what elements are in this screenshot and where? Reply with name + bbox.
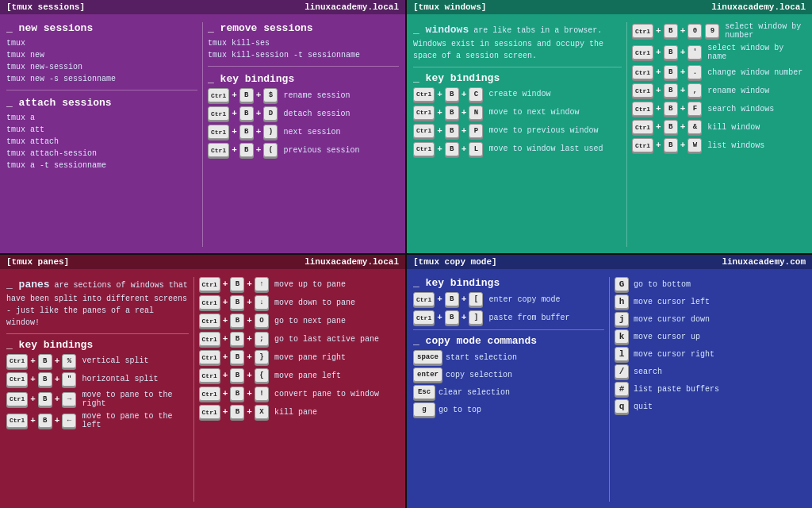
- copy-inner: _ key bindings Ctrl + B + [ enter copy m…: [413, 277, 806, 502]
- cmd-copy-sel: enter copy selection: [413, 368, 604, 382]
- kb-next-session: Ctrl + B + ) next session: [208, 125, 399, 139]
- kb-next-pane: Ctrl + B + O go to next pane: [199, 314, 399, 328]
- kb-pane-move-left: Ctrl + B + { move pane left: [199, 368, 399, 383]
- nav-cursor-down: j move cursor down: [615, 312, 806, 326]
- copy-left: _ key bindings Ctrl + B + [ enter copy m…: [413, 277, 604, 502]
- b-key: B: [239, 88, 254, 102]
- kb-kill-pane: Ctrl + B + X kill pane: [199, 405, 399, 419]
- panes-header-left: [tmux panes]: [6, 257, 69, 267]
- sessions-header-left: [tmux sessions]: [6, 2, 85, 12]
- windows-header: [tmux windows] linuxacademy.local: [407, 0, 812, 14]
- nav-list-buffers: # list paste buffers: [615, 382, 806, 396]
- b-key: B: [239, 125, 254, 139]
- windows-kb-title: _ key bindings: [413, 72, 622, 84]
- panes-panel: [tmux panes] linuxacademy.local _ panes …: [0, 255, 405, 508]
- panes-inner: _ panes are sections of windows that hav…: [6, 277, 399, 502]
- panes-kb-title: _ key bindings: [6, 339, 189, 351]
- d-key: D: [263, 106, 278, 121]
- new-sessions-title: _ new sessions: [6, 22, 197, 34]
- cmd-clear-sel: Esc clear selection: [413, 385, 604, 399]
- copy-right: G go to bottom h move cursor left j move…: [609, 277, 806, 502]
- kb-pane-right: Ctrl + B + → move to pane to the right: [6, 391, 189, 408]
- windows-inner: _ windows are like tabs in a browser. Wi…: [413, 22, 806, 247]
- sessions-content: _ new sessions tmuxtmux newtmux new-sess…: [6, 22, 399, 247]
- sessions-left: _ new sessions tmuxtmux newtmux new-sess…: [6, 22, 197, 247]
- ctrl-key: Ctrl: [208, 143, 229, 157]
- kb-prev-session: Ctrl + B + ( previous session: [208, 143, 399, 157]
- copy-panel: [tmux copy mode] linuxacademy.com _ key …: [407, 255, 812, 508]
- sessions-keybindings-section: _ key bindings Ctrl + B + $ rename sessi…: [208, 73, 399, 157]
- kb-detach-session: Ctrl + B + D detach session: [208, 106, 399, 121]
- panes-info: _ panes are sections of windows that hav…: [6, 277, 189, 329]
- dollar-key: $: [263, 88, 278, 102]
- kb-last-window: Ctrl + B + L move to window last used: [413, 142, 622, 156]
- kb-pane-to-window: Ctrl + B + ! convert pane to window: [199, 387, 399, 401]
- panes-header: [tmux panes] linuxacademy.local: [0, 255, 405, 269]
- windows-info: _ windows are like tabs in a browser. Wi…: [413, 22, 622, 62]
- attach-sessions-title: _ attach sessions: [6, 97, 197, 109]
- kb-hsplit: Ctrl + B + " horizontal split: [6, 372, 189, 387]
- sessions-inner: _ new sessions tmuxtmux newtmux new-sess…: [6, 22, 399, 247]
- sessions-right: _ remove sessions tmux kill-sestmux kill…: [202, 22, 399, 247]
- kb-pane-move-right: Ctrl + B + } move pane right: [199, 350, 399, 364]
- cmd-start-sel: space start selection: [413, 350, 604, 364]
- kb-pane-down: Ctrl + B + ↓ move down to pane: [199, 295, 399, 310]
- copy-cmds-title: _ copy mode commands: [413, 335, 604, 347]
- cmd-go-top: g go to top: [413, 402, 604, 417]
- kb-list-windows: Ctrl + B + W list windows: [632, 138, 806, 152]
- nav-search: / search: [615, 364, 806, 379]
- kb-select-by-number: Ctrl + B + 0 9 select window by number: [632, 22, 806, 40]
- windows-content: _ windows are like tabs in a browser. Wi…: [413, 22, 806, 247]
- nav-cursor-up: k move cursor up: [615, 329, 806, 344]
- rparen-key: ): [263, 125, 278, 139]
- nav-go-bottom: G go to bottom: [615, 277, 806, 291]
- kb-vsplit: Ctrl + B + % vertical split: [6, 354, 189, 368]
- kb-rename-window: Ctrl + B + , rename window: [632, 83, 806, 98]
- kb-change-number: Ctrl + B + . change window number: [632, 65, 806, 79]
- attach-sessions-section: _ attach sessions tmux atmux atttmux att…: [6, 97, 197, 171]
- windows-header-left: [tmux windows]: [413, 2, 486, 12]
- windows-left: _ windows are like tabs in a browser. Wi…: [413, 22, 622, 247]
- panes-header-right: linuxacademy.local: [304, 257, 399, 267]
- sessions-header-right: linuxacademy.local: [304, 2, 399, 12]
- remove-sessions-title: _ remove sessions: [208, 22, 399, 34]
- windows-header-right: linuxacademy.local: [711, 2, 806, 12]
- kb-prev-window: Ctrl + B + P move to previous window: [413, 124, 622, 138]
- main-grid: [tmux sessions] linuxacademy.local _ new…: [0, 0, 812, 508]
- lparen-key: (: [263, 143, 278, 157]
- b-key: B: [239, 106, 254, 121]
- windows-right: Ctrl + B + 0 9 select window by number C…: [626, 22, 806, 247]
- kb-select-by-name: Ctrl + B + ' select window by name: [632, 44, 806, 61]
- ctrl-key: Ctrl: [208, 106, 229, 121]
- kb-last-pane: Ctrl + B + ; go to last active pane: [199, 332, 399, 346]
- nav-cursor-left: h move cursor left: [615, 294, 806, 309]
- kb-pane-left: Ctrl + B + ← move to pane to the left: [6, 412, 189, 429]
- kb-enter-copy: Ctrl + B + [ enter copy mode: [413, 292, 604, 306]
- kb-pane-up: Ctrl + B + ↑ move up to pane: [199, 277, 399, 291]
- attach-sessions-cmds: tmux atmux atttmux attachtmux attach-ses…: [6, 112, 197, 171]
- windows-panel: [tmux windows] linuxacademy.local _ wind…: [407, 0, 812, 253]
- ctrl-key: Ctrl: [208, 88, 229, 102]
- new-sessions-cmds: tmuxtmux newtmux new-sessiontmux new -s …: [6, 37, 197, 85]
- kb-paste-buffer: Ctrl + B + ] paste from buffer: [413, 310, 604, 325]
- nav-cursor-right: l move cursor right: [615, 347, 806, 361]
- b-key: B: [239, 143, 254, 157]
- remove-sessions-cmds: tmux kill-sestmux kill-session -t sessio…: [208, 37, 399, 61]
- copy-header-left: [tmux copy mode]: [413, 257, 497, 267]
- copy-content: _ key bindings Ctrl + B + [ enter copy m…: [413, 277, 806, 502]
- copy-header: [tmux copy mode] linuxacademy.com: [407, 255, 812, 269]
- kb-create-window: Ctrl + B + C create window: [413, 87, 622, 102]
- sessions-header: [tmux sessions] linuxacademy.local: [0, 0, 405, 14]
- sessions-panel: [tmux sessions] linuxacademy.local _ new…: [0, 0, 405, 253]
- kb-next-window: Ctrl + B + N move to next window: [413, 106, 622, 120]
- kb-rename-session: Ctrl + B + $ rename session: [208, 88, 399, 102]
- sessions-kb-title: _ key bindings: [208, 73, 399, 85]
- ctrl-key: Ctrl: [208, 125, 229, 139]
- kb-kill-window: Ctrl + B + & kill window: [632, 120, 806, 134]
- panes-right: Ctrl + B + ↑ move up to pane Ctrl + B + …: [193, 277, 399, 502]
- copy-kb-title: _ key bindings: [413, 277, 604, 289]
- panes-content: _ panes are sections of windows that hav…: [6, 277, 399, 502]
- kb-search-windows: Ctrl + B + F search windows: [632, 102, 806, 116]
- panes-left: _ panes are sections of windows that hav…: [6, 277, 189, 502]
- nav-quit: q quit: [615, 399, 806, 414]
